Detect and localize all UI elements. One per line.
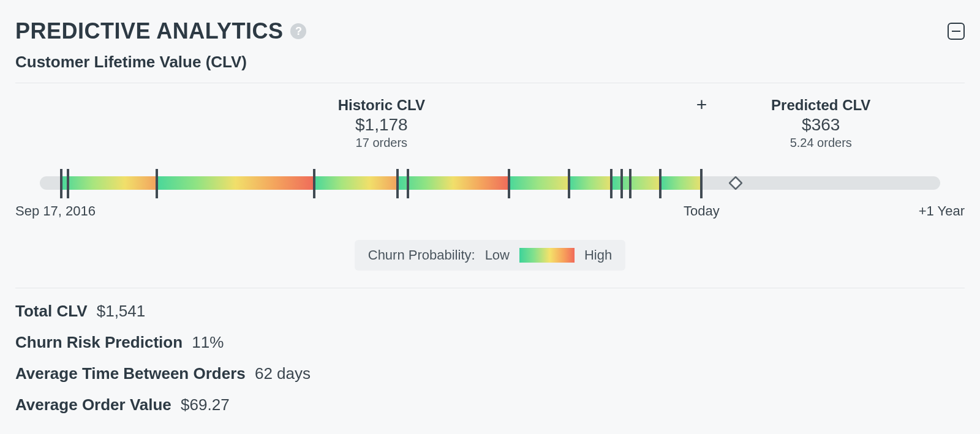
predicted-clv-label: Predicted CLV bbox=[771, 97, 870, 114]
clv-timeline bbox=[15, 169, 965, 200]
divider bbox=[15, 83, 965, 83]
minus-icon bbox=[952, 31, 960, 32]
historic-clv-block: Historic CLV $1,178 17 orders bbox=[338, 97, 425, 150]
order-mark bbox=[156, 169, 158, 198]
order-mark bbox=[629, 169, 631, 198]
order-mark bbox=[610, 169, 612, 198]
order-mark bbox=[67, 169, 69, 198]
timeline-axis: Sep 17, 2016 Today +1 Year bbox=[15, 203, 965, 222]
metric-label: Churn Risk Prediction bbox=[15, 333, 183, 351]
metrics-list: Total CLV $1,541 Churn Risk Prediction 1… bbox=[15, 302, 965, 414]
predicted-clv-value: $363 bbox=[771, 115, 870, 135]
historic-clv-label: Historic CLV bbox=[338, 97, 425, 114]
section-subtitle: Customer Lifetime Value (CLV) bbox=[15, 53, 965, 72]
predicted-next-order-marker bbox=[729, 176, 742, 190]
axis-end-label: +1 Year bbox=[919, 203, 965, 219]
axis-today-label: Today bbox=[684, 203, 720, 219]
order-mark bbox=[407, 169, 409, 198]
metric-label: Total CLV bbox=[15, 302, 87, 320]
plus-icon: + bbox=[696, 94, 707, 115]
order-mark bbox=[659, 169, 662, 198]
order-mark bbox=[313, 169, 315, 198]
today-mark bbox=[701, 169, 702, 198]
axis-start-label: Sep 17, 2016 bbox=[15, 203, 96, 219]
order-mark bbox=[508, 169, 510, 198]
predicted-clv-orders: 5.24 orders bbox=[771, 136, 870, 150]
collapse-button[interactable] bbox=[948, 23, 965, 40]
timeline-track bbox=[40, 176, 940, 190]
metric-avg-gap: Average Time Between Orders 62 days bbox=[15, 364, 965, 383]
divider bbox=[15, 288, 965, 288]
metric-churn-risk: Churn Risk Prediction 11% bbox=[15, 333, 965, 352]
order-mark bbox=[620, 169, 623, 198]
predicted-clv-block: Predicted CLV $363 5.24 orders bbox=[771, 97, 870, 150]
metric-avg-order: Average Order Value $69.27 bbox=[15, 395, 965, 414]
legend-high-label: High bbox=[584, 247, 612, 263]
churn-legend: Churn Probability: Low High bbox=[355, 240, 625, 271]
order-mark bbox=[60, 169, 62, 198]
historic-clv-orders: 17 orders bbox=[338, 136, 425, 150]
metric-value: 11% bbox=[192, 333, 224, 351]
clv-stats-row: Historic CLV $1,178 17 orders + Predicte… bbox=[15, 97, 965, 164]
metric-value: $69.27 bbox=[181, 395, 230, 414]
historic-clv-value: $1,178 bbox=[338, 115, 425, 135]
metric-total-clv: Total CLV $1,541 bbox=[15, 302, 965, 321]
metric-label: Average Time Between Orders bbox=[15, 364, 246, 383]
order-mark bbox=[568, 169, 570, 198]
legend-gradient bbox=[519, 248, 575, 263]
metric-label: Average Order Value bbox=[15, 395, 172, 414]
metric-value: $1,541 bbox=[97, 302, 146, 320]
help-icon[interactable]: ? bbox=[290, 23, 306, 39]
order-mark bbox=[396, 169, 399, 198]
legend-title: Churn Probability: bbox=[368, 247, 475, 263]
metric-value: 62 days bbox=[255, 364, 311, 383]
svg-marker-0 bbox=[729, 177, 742, 189]
legend-low-label: Low bbox=[485, 247, 510, 263]
page-title: PREDICTIVE ANALYTICS bbox=[15, 18, 283, 44]
